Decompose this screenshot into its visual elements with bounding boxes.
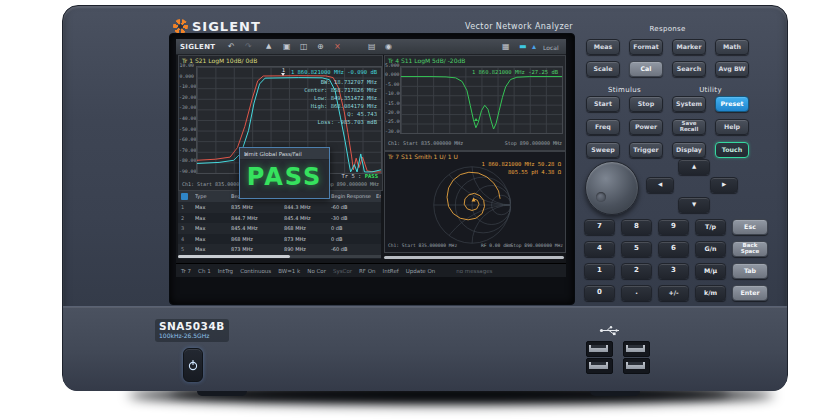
zoom-window-icon[interactable]: ▣	[283, 42, 291, 51]
usb-icon	[599, 325, 623, 336]
s11-marker-readout: 1 860.821000 MHz -27.25 dB	[472, 69, 558, 75]
right-pane-scrollbar[interactable]	[384, 256, 564, 259]
y-tick: -60.00	[179, 137, 194, 142]
key-2[interactable]: 2	[621, 263, 652, 279]
section-utility: Utility	[672, 86, 749, 94]
split-view-icon[interactable]: ◫	[300, 42, 308, 51]
key-giga-nano[interactable]: G/n	[695, 241, 726, 257]
format-button[interactable]: Format	[629, 39, 663, 55]
key-9[interactable]: 9	[658, 219, 689, 235]
usb-status-icon: ▬	[519, 42, 527, 51]
avg-bw-button[interactable]: Avg BW	[715, 61, 749, 77]
key-kilo-milli[interactable]: k/m	[695, 285, 726, 301]
key-4[interactable]: 4	[584, 241, 615, 257]
undo-icon[interactable]: ↶	[228, 42, 235, 51]
s11-chart-panel: Tr 4 S11 LogM 5dB/ -20dB 5.000 0.000 -5.…	[384, 55, 566, 151]
scale-button[interactable]: Scale	[586, 61, 620, 77]
status-channel: Ch 1	[198, 268, 211, 274]
meas-button[interactable]: Meas	[586, 39, 620, 55]
marker-delete-icon[interactable]: ×	[334, 42, 341, 51]
key-dot[interactable]: .	[621, 285, 652, 301]
redo-icon[interactable]: ↷	[245, 42, 252, 51]
display-button[interactable]: Display	[672, 142, 706, 158]
limit-row-5[interactable]: 5 Max 873 MHz 890 MHz -60 dB	[178, 244, 381, 255]
print-icon[interactable]: ▤	[368, 42, 376, 51]
key-mega-micro[interactable]: M/µ	[695, 263, 726, 279]
key-5[interactable]: 5	[621, 241, 652, 257]
enter-key[interactable]: Enter	[732, 285, 768, 301]
dialog-titlebar[interactable]: Limit Global Pass/Fail ✕	[240, 148, 329, 160]
save-recall-button[interactable]: Save Recall	[672, 119, 706, 135]
smith-marker-readout-2: 805.55 pH 4.38 Ω	[508, 169, 561, 175]
screenshot-icon[interactable]: ◉	[385, 42, 392, 51]
key-0[interactable]: 0	[584, 285, 615, 301]
arrow-left-button[interactable]: ◀	[646, 177, 674, 193]
marker-1-indicator[interactable]: 1	[280, 68, 287, 76]
vna-instrument: SIGLENT Vector Network Analyzer SIGLENT …	[62, 5, 788, 391]
start-button[interactable]: Start	[586, 96, 620, 112]
backspace-key[interactable]: Back Space	[732, 241, 768, 257]
key-3[interactable]: 3	[658, 263, 689, 279]
marker-button[interactable]: Marker	[672, 39, 706, 55]
smith-start-label: Ch1: Start 835.000000 MHz	[388, 243, 457, 248]
usb-port	[623, 358, 650, 374]
frequency-range: 100kHz-26.5GHz	[159, 332, 225, 340]
arrow-up-button[interactable]: ▲	[678, 159, 710, 175]
layout-icon[interactable]: ▦	[502, 42, 510, 51]
app-menu-button[interactable]: SIGLENT	[180, 43, 215, 51]
key-tera-pico[interactable]: T/p	[695, 219, 726, 235]
y-tick: -10.00	[385, 91, 398, 96]
power-button[interactable]: Power	[629, 119, 663, 135]
y-tick: -50.00	[179, 127, 194, 132]
close-icon[interactable]: ✕	[244, 151, 326, 157]
key-plus-minus[interactable]: +/-	[658, 285, 689, 301]
search-button[interactable]: Search	[672, 61, 706, 77]
connector-panel: SNA5034B 100kHz-26.5GHz PORT 1 PORT 3 PO…	[63, 306, 787, 391]
model-badge: SNA5034B 100kHz-26.5GHz	[155, 319, 229, 342]
y-tick: -30.00	[179, 105, 194, 110]
preset-button[interactable]: Preset	[715, 96, 749, 112]
trigger-button[interactable]: Trigger	[629, 142, 663, 158]
marker-search-icon[interactable]: ▲	[266, 42, 271, 51]
key-8[interactable]: 8	[621, 219, 652, 235]
product-title: Vector Network Analyzer	[443, 22, 573, 31]
cal-button[interactable]: Cal	[629, 61, 663, 77]
y-tick: -10.00	[179, 84, 194, 89]
table-hscrollbar[interactable]	[178, 255, 381, 258]
s11-trace-title: Tr 4 S11 LogM 5dB/ -20dB	[388, 57, 465, 64]
key-6[interactable]: 6	[658, 241, 689, 257]
status-ref: IntRef	[383, 268, 399, 274]
math-button[interactable]: Math	[715, 39, 749, 55]
table-hscroll-thumb[interactable]	[178, 255, 290, 258]
marker-1-indicator[interactable]	[474, 118, 478, 121]
s21-bandwidth-stats: BW: 18.732707 MHz Center: 858.717826 MHz…	[304, 78, 377, 126]
marker-add-icon[interactable]: ⊕	[317, 42, 324, 51]
key-7[interactable]: 7	[584, 219, 615, 235]
system-button[interactable]: System	[672, 96, 706, 112]
stop-button[interactable]: Stop	[629, 96, 663, 112]
arrow-down-button[interactable]: ▼	[678, 197, 710, 213]
freq-button[interactable]: Freq	[586, 119, 620, 135]
key-1[interactable]: 1	[584, 263, 615, 279]
product-photo: SIGLENT Vector Network Analyzer SIGLENT …	[0, 0, 840, 420]
status-update: Update On	[406, 268, 435, 274]
power-button[interactable]	[183, 348, 203, 382]
sweep-button[interactable]: Sweep	[586, 142, 620, 158]
limit-row-4[interactable]: 4 Max 868 MHz 873 MHz 0 dB	[178, 234, 381, 245]
table-select-chip[interactable]	[181, 193, 188, 200]
tab-key[interactable]: Tab	[732, 263, 768, 279]
brand-name: SIGLENT	[192, 19, 261, 34]
limit-row-3[interactable]: 3 Max 845.4 MHz 868 MHz 0 dB	[178, 223, 381, 234]
esc-key[interactable]: Esc	[732, 219, 768, 235]
tr5-pass-badge: PASS	[365, 173, 378, 179]
rotary-knob[interactable]	[585, 161, 639, 215]
touch-button[interactable]: Touch	[715, 142, 749, 158]
arrow-right-button[interactable]: ▶	[710, 177, 738, 193]
smith-power-label: RF 0.00 dBm	[481, 243, 511, 248]
help-button[interactable]: Help	[715, 119, 749, 135]
limit-row-1[interactable]: 1 Max 835 MHz 844.3 MHz -60 dB	[178, 202, 381, 213]
power-icon	[188, 359, 198, 371]
limit-row-2[interactable]: 2 Max 844.7 MHz 845.4 MHz -30 dB	[178, 213, 381, 224]
marker-triangle-icon	[281, 73, 285, 76]
section-response: Response	[586, 25, 749, 33]
